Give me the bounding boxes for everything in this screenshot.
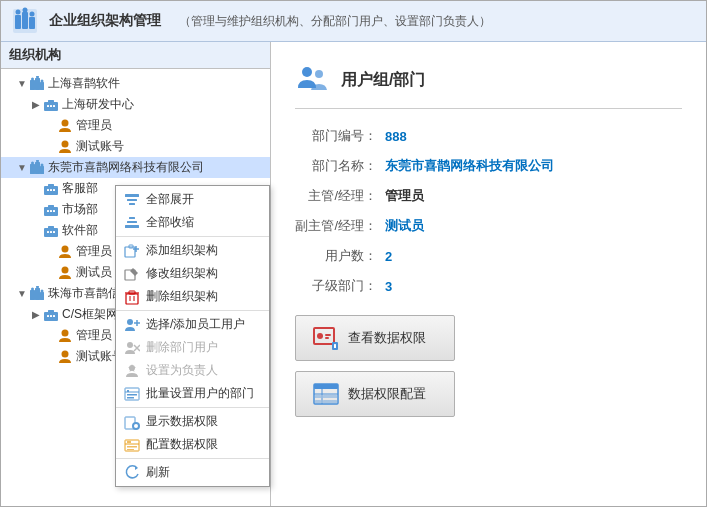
config-perm-button[interactable]: 数据权限配置	[295, 371, 455, 417]
svg-point-10	[31, 77, 34, 80]
cm-add-org[interactable]: 添加组织架构	[116, 239, 269, 262]
config-perm-label: 数据权限配置	[348, 385, 426, 403]
svg-rect-53	[53, 315, 55, 317]
cm-expand-all[interactable]: 全部展开	[116, 188, 269, 211]
user-icon-dg-test	[57, 265, 73, 281]
collapse-icon	[124, 215, 140, 231]
cm-sep1	[116, 236, 269, 237]
info-row-deptname: 部门名称： 东莞市喜鹊网络科技有限公司	[295, 157, 682, 175]
dept-icon-rd	[43, 97, 59, 113]
label-shichang: 市场部	[62, 201, 98, 218]
svg-rect-17	[53, 105, 55, 107]
cm-set-leader: 设置为负责人	[116, 359, 269, 382]
toggle-zhuhai[interactable]: ▼	[15, 288, 29, 299]
svg-rect-35	[53, 210, 55, 212]
dept-icon-kefu	[43, 181, 59, 197]
cm-select-user[interactable]: 选择/添加员工用户	[116, 313, 269, 336]
user-icon-zh-admin	[57, 328, 73, 344]
cm-delete-user-label: 删除部门用户	[146, 339, 218, 356]
svg-rect-27	[48, 184, 54, 188]
svg-point-25	[41, 163, 44, 166]
cm-modify-org-label: 修改组织架构	[146, 265, 218, 282]
svg-rect-37	[48, 226, 54, 230]
label-vmanager: 副主管/经理：	[295, 217, 385, 235]
svg-rect-15	[47, 105, 49, 107]
svg-rect-45	[40, 292, 44, 300]
label-manager: 主管/经理：	[295, 187, 385, 205]
svg-rect-14	[48, 100, 54, 104]
svg-rect-74	[129, 203, 135, 205]
info-row-subdepts: 子级部门： 3	[295, 277, 682, 295]
cm-modify-org[interactable]: 修改组织架构	[116, 262, 269, 285]
label-dongguan: 东莞市喜鹊网络科技有限公司	[48, 159, 204, 176]
org-icon-zhuhai	[29, 286, 45, 302]
value-subdepts: 3	[385, 279, 392, 294]
app-subtitle: （管理与维护组织机构、分配部门用户、设置部门负责人）	[179, 13, 491, 30]
svg-rect-106	[127, 441, 131, 443]
config-perm-icon	[124, 437, 140, 453]
svg-point-4	[16, 10, 21, 15]
section-title: 用户组/部门	[341, 70, 425, 91]
svg-rect-34	[50, 210, 52, 212]
svg-rect-1	[15, 15, 21, 29]
context-menu: 全部展开 全部收缩 添加组织架构 修改组织架构	[115, 185, 270, 487]
tree-node-shanghai[interactable]: ▼ 上海喜鹊软件	[1, 73, 270, 94]
svg-rect-39	[50, 231, 52, 233]
value-deptno: 888	[385, 129, 407, 144]
label-deptname: 部门名称：	[295, 157, 385, 175]
svg-point-56	[302, 67, 312, 77]
svg-rect-98	[127, 390, 129, 392]
svg-point-59	[317, 333, 323, 339]
cm-delete-org[interactable]: 删除组织架构	[116, 285, 269, 308]
cm-batch-dept-label: 批量设置用户的部门	[146, 385, 254, 402]
svg-point-57	[315, 70, 323, 78]
svg-point-41	[62, 245, 69, 252]
cm-set-leader-label: 设置为负责人	[146, 362, 218, 379]
cm-collapse-all[interactable]: 全部收缩	[116, 211, 269, 234]
svg-point-19	[62, 140, 69, 147]
toggle-dongguan[interactable]: ▼	[15, 162, 29, 173]
tree-node-sh-admin[interactable]: ▶ 管理员	[1, 115, 270, 136]
label-dg-admin: 管理员	[76, 243, 112, 260]
tree-node-dongguan[interactable]: ▼ 东莞市喜鹊网络科技有限公司	[1, 157, 270, 178]
toggle-cs[interactable]: ▶	[29, 309, 43, 320]
cm-delete-user: 删除部门用户	[116, 336, 269, 359]
dept-icon-ruanjian	[43, 223, 59, 239]
svg-rect-65	[314, 384, 338, 389]
user-icon-dg-admin	[57, 244, 73, 260]
add-org-icon	[124, 243, 140, 259]
value-vmanager: 测试员	[385, 217, 424, 235]
toggle-shanghai-rd[interactable]: ▶	[29, 99, 43, 110]
svg-rect-51	[47, 315, 49, 317]
label-ruanjian: 软件部	[62, 222, 98, 239]
toggle-shanghai[interactable]: ▼	[15, 78, 29, 89]
tree-node-sh-test[interactable]: ▶ 测试账号	[1, 136, 270, 157]
svg-point-6	[30, 12, 35, 17]
svg-rect-71	[323, 400, 337, 403]
svg-point-23	[31, 161, 34, 164]
user-icon-zh-test	[57, 349, 73, 365]
svg-rect-61	[325, 337, 329, 339]
svg-point-88	[127, 319, 133, 325]
value-deptname: 东莞市喜鹊网络科技有限公司	[385, 157, 554, 175]
svg-rect-20	[30, 164, 35, 174]
svg-rect-83	[126, 294, 138, 304]
svg-rect-75	[129, 217, 135, 219]
tree-node-shanghai-rd[interactable]: ▶ 上海研发中心	[1, 94, 270, 115]
info-row-vmanager: 副主管/经理： 测试员	[295, 217, 682, 235]
label-subdepts: 子级部门：	[295, 277, 385, 295]
view-perm-icon	[312, 324, 340, 352]
value-usercount: 2	[385, 249, 392, 264]
cm-config-perm[interactable]: 配置数据权限	[116, 433, 269, 456]
svg-rect-29	[50, 189, 52, 191]
svg-rect-3	[29, 17, 35, 29]
cm-delete-org-label: 删除组织架构	[146, 288, 218, 305]
delete-user-icon	[124, 340, 140, 356]
svg-rect-76	[127, 221, 137, 223]
view-perm-button[interactable]: 查看数据权限	[295, 315, 455, 361]
cm-refresh[interactable]: 刷新	[116, 461, 269, 484]
cm-show-perm[interactable]: 显示数据权限	[116, 410, 269, 433]
main-area: 组织机构 ▼ 上海喜鹊软件 ▶	[1, 42, 706, 506]
cm-batch-dept[interactable]: 批量设置用户的部门	[116, 382, 269, 405]
svg-rect-44	[35, 288, 40, 300]
